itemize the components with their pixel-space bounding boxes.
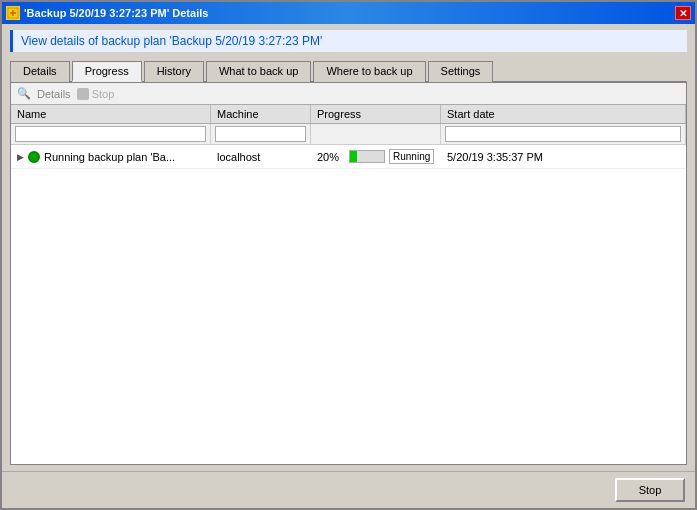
status-icon [28,151,40,163]
row-name-text: Running backup plan 'Ba... [44,151,175,163]
main-window: 'Backup 5/20/19 3:27:23 PM' Details ✕ Vi… [0,0,697,510]
view-details-label: View details of backup plan 'Backup 5/20… [10,30,687,52]
inner-content: 🔍 Details Stop Name Machine Progress Sta… [10,83,687,465]
filter-machine-input[interactable] [215,126,306,142]
cell-start-date: 5/20/19 3:35:37 PM [441,147,686,167]
title-bar: 'Backup 5/20/19 3:27:23 PM' Details ✕ [2,2,695,24]
tab-details[interactable]: Details [10,61,70,82]
table-body: ▶ Running backup plan 'Ba... localhost 2… [11,145,686,464]
tab-history[interactable]: History [144,61,204,82]
expand-arrow-icon[interactable]: ▶ [17,152,24,162]
toolbar: 🔍 Details Stop [11,83,686,105]
tab-settings[interactable]: Settings [428,61,494,82]
tab-where-to-back-up[interactable]: Where to back up [313,61,425,82]
table-filter-row [11,124,686,145]
table-header: Name Machine Progress Start date [11,105,686,124]
filter-date-input[interactable] [445,126,681,142]
col-name: Name [11,105,211,123]
filter-name-input[interactable] [15,126,206,142]
progress-bar-fill [350,151,357,162]
running-badge: Running [389,149,434,164]
tab-what-to-back-up[interactable]: What to back up [206,61,312,82]
col-machine: Machine [211,105,311,123]
table-container: Name Machine Progress Start date [11,105,686,464]
col-start-date: Start date [441,105,686,123]
details-button[interactable]: Details [37,88,71,100]
stop-toolbar-label: Stop [92,88,115,100]
progress-bar [349,150,385,163]
stop-button[interactable]: Stop [615,478,685,502]
col-progress: Progress [311,105,441,123]
close-button[interactable]: ✕ [675,6,691,20]
stop-toolbar-button: Stop [77,88,115,100]
title-bar-left: 'Backup 5/20/19 3:27:23 PM' Details [6,6,208,20]
window-title: 'Backup 5/20/19 3:27:23 PM' Details [24,7,208,19]
table-row[interactable]: ▶ Running backup plan 'Ba... localhost 2… [11,145,686,169]
tab-progress[interactable]: Progress [72,61,142,82]
bottom-bar: Stop [2,471,695,508]
cell-machine: localhost [211,147,311,167]
filter-machine-cell [211,124,311,144]
details-label: Details [37,88,71,100]
content-area: View details of backup plan 'Backup 5/20… [2,24,695,471]
progress-pct-text: 20% [317,151,345,163]
cell-name: ▶ Running backup plan 'Ba... [11,147,211,167]
filter-name-cell [11,124,211,144]
search-icon: 🔍 [17,87,31,100]
cell-progress: 20% Running [311,145,441,168]
tabs-row: Details Progress History What to back up… [10,60,687,83]
filter-date-cell [441,124,686,144]
stop-icon [77,88,89,100]
app-icon [6,6,20,20]
filter-progress-cell [311,124,441,144]
